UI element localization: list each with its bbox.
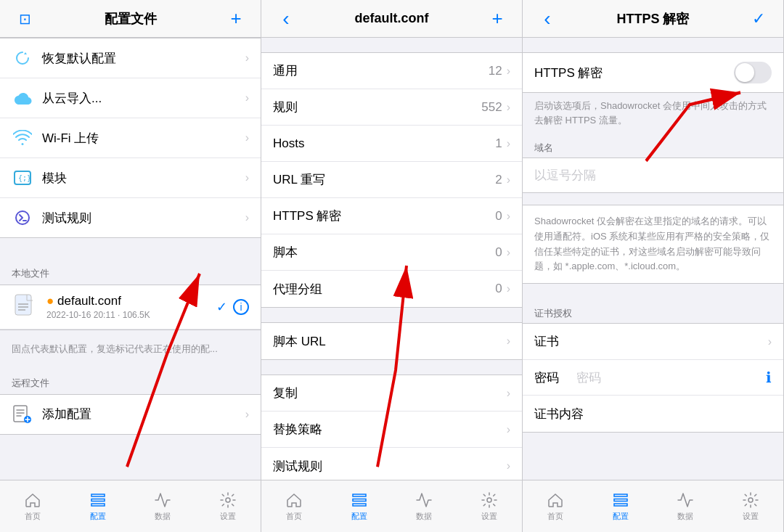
url-settings-group: 脚本 URL › <box>261 322 522 360</box>
domain-label: 域名 <box>523 133 783 157</box>
hosts-label: Hosts <box>273 136 495 151</box>
col3-content: HTTPS 解密 启动该选项后，Shadowrocket 会使用中间人攻击的方式… <box>523 38 783 480</box>
cloud-icon <box>12 87 33 109</box>
https-info-block: Shadowrocket 仅会解密在这里指定的域名的请求。可以使用通配符。iOS… <box>523 205 783 284</box>
tab-settings-col1[interactable]: 设置 <box>195 486 261 528</box>
add-config-item[interactable]: 添加配置 › <box>0 395 261 434</box>
copy-item[interactable]: 复制 › <box>261 375 522 412</box>
tab-config-col1[interactable]: 配置 <box>65 486 131 528</box>
file-icon <box>12 294 38 320</box>
wifi-icon <box>12 127 33 149</box>
col1-add-button[interactable]: + <box>223 4 249 33</box>
cloud-import-label: 从云导入... <box>42 90 245 107</box>
proxy-group-label: 代理分组 <box>273 281 495 298</box>
hosts-item[interactable]: Hosts 1 › <box>261 126 522 162</box>
cert-content-item[interactable]: 证书内容 <box>523 396 783 432</box>
wifi-upload-item[interactable]: Wi-Fi 上传 › <box>0 118 261 158</box>
data-icon <box>154 491 171 509</box>
tab-data-col2-label: 数据 <box>416 511 432 522</box>
tab-home-col1[interactable]: 首页 <box>0 486 65 528</box>
tab-home-col3[interactable]: 首页 <box>523 486 588 528</box>
add-config-chevron: › <box>245 408 249 421</box>
col1-content: 恢复默认配置 › 从云导入... › <box>0 38 261 480</box>
svg-rect-3 <box>15 295 31 315</box>
tab-config-col3[interactable]: 配置 <box>588 486 653 528</box>
expand-button[interactable]: ⊡ <box>12 7 38 30</box>
col3-check-button[interactable]: ✓ <box>746 7 772 31</box>
url-rewrite-item[interactable]: URL 重写 2 › <box>261 162 522 198</box>
url-rewrite-count: 2 <box>495 173 502 187</box>
info-icon[interactable]: i <box>233 299 249 315</box>
tab-data-col2[interactable]: 数据 <box>392 486 457 528</box>
cloud-import-item[interactable]: 从云导入... › <box>0 78 261 118</box>
proxy-group-chevron: › <box>507 282 510 295</box>
test-rule-col1-chevron: › <box>245 211 249 224</box>
top-spacer <box>523 38 783 52</box>
rules-item[interactable]: 规则 552 › <box>261 89 522 126</box>
https-decrypt-item[interactable]: HTTPS 解密 0 › <box>261 198 522 234</box>
script-label: 脚本 <box>273 244 495 261</box>
url-rewrite-right: 2 › <box>495 173 510 187</box>
tab-home-col1-label: 首页 <box>25 511 41 522</box>
default-conf-item[interactable]: ● default.conf 2022-10-16 20:11 · 106.5K… <box>0 285 261 330</box>
tab-home-col2[interactable]: 首页 <box>261 486 327 528</box>
replace-strategy-item[interactable]: 替换策略 › <box>261 412 522 448</box>
replace-strategy-right: › <box>507 423 510 436</box>
domain-placeholder: 以逗号分隔 <box>534 168 596 182</box>
settings-icon <box>219 491 237 509</box>
cert-item[interactable]: 证书 › <box>523 324 783 360</box>
local-files-header: 本地文件 <box>0 253 261 285</box>
tab-config-col2[interactable]: 配置 <box>327 486 392 528</box>
nav-bar-col2: ‹ default.conf + <box>261 0 522 38</box>
restore-right: › <box>245 52 249 65</box>
column-1: ⊡ 配置文件 + 恢复默认配置 <box>0 0 261 532</box>
rules-count: 552 <box>481 100 502 115</box>
test-rule-col2-chevron: › <box>507 459 510 472</box>
tab-bar-col3: 首页 配置 数据 <box>523 480 783 532</box>
copy-label: 复制 <box>273 385 507 401</box>
wifi-upload-right: › <box>245 131 249 144</box>
toggle-knob <box>735 63 754 82</box>
https-desc: 启动该选项后，Shadowrocket 会使用中间人攻击的方式去解密 HTTPS… <box>523 93 783 133</box>
svg-point-9 <box>226 498 230 502</box>
remote-files-header: 远程文件 <box>0 362 261 394</box>
tab-data-col3[interactable]: 数据 <box>653 486 719 528</box>
wifi-upload-label: Wi-Fi 上传 <box>42 130 245 147</box>
test-rule-col1-item[interactable]: 测试规则 › <box>0 198 261 237</box>
proxy-group-item[interactable]: 代理分组 0 › <box>261 271 522 307</box>
general-right: 12 › <box>489 64 510 78</box>
module-right: › <box>245 171 249 184</box>
tab-settings-col3[interactable]: 设置 <box>718 486 783 528</box>
main-settings-group: 通用 12 › 规则 552 › Hosts <box>261 52 522 308</box>
columns-wrapper: ⊡ 配置文件 + 恢复默认配置 <box>0 0 784 532</box>
svg-text:{;}: {;} <box>18 174 31 182</box>
tab-config-col1-label: 配置 <box>90 511 106 522</box>
module-item[interactable]: {;} 模块 › <box>0 158 261 198</box>
https-toggle-switch[interactable] <box>734 62 772 83</box>
replace-strategy-label: 替换策略 <box>273 421 507 438</box>
general-item[interactable]: 通用 12 › <box>261 53 522 89</box>
script-item[interactable]: 脚本 0 › <box>261 234 522 271</box>
domain-input-field[interactable]: 以逗号分隔 <box>523 157 783 193</box>
col2-title: default.conf <box>299 11 484 26</box>
general-chevron: › <box>507 65 510 78</box>
column-3: ‹ HTTPS 解密 ✓ HTTPS 解密 启动该选项后，Shadowrocke… <box>523 0 784 532</box>
tab-data-col1[interactable]: 数据 <box>131 486 196 528</box>
col3-back-button[interactable]: ‹ <box>534 4 560 33</box>
local-desc: 固点代表默认配置，复选标记代表正在使用的配... <box>0 336 261 362</box>
add-config-right: › <box>245 408 249 421</box>
copy-right: › <box>507 387 510 400</box>
password-input[interactable]: 密码 <box>571 369 766 386</box>
url-rewrite-chevron: › <box>507 173 510 187</box>
tab-settings-col2[interactable]: 设置 <box>457 486 522 528</box>
home-icon <box>24 491 41 509</box>
test-rule-col2-item[interactable]: 测试规则 › <box>261 448 522 480</box>
password-info-icon[interactable]: ℹ <box>766 369 772 386</box>
script-url-item[interactable]: 脚本 URL › <box>261 323 522 359</box>
col2-add-button[interactable]: + <box>484 4 510 33</box>
col2-back-button[interactable]: ‹ <box>273 4 299 33</box>
restore-item[interactable]: 恢复默认配置 › <box>0 38 261 78</box>
cert-content-label: 证书内容 <box>534 406 772 422</box>
check-icon: ✓ <box>216 299 227 315</box>
app-container: ⊡ 配置文件 + 恢复默认配置 <box>0 0 784 532</box>
